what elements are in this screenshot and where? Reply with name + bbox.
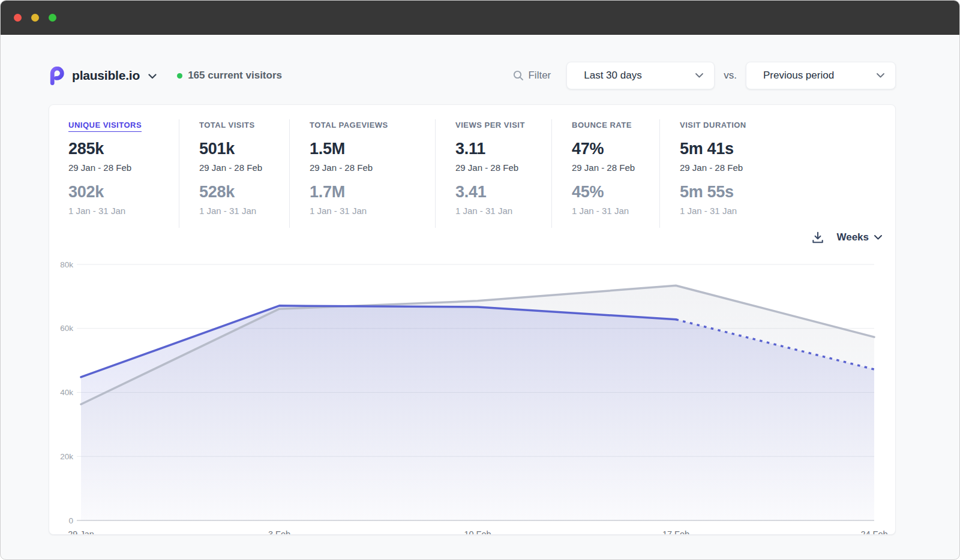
x-axis-tick-label: 24 Feb: [860, 529, 887, 535]
stat-label: TOTAL PAGEVIEWS: [310, 121, 388, 132]
chart-controls: Weeks: [49, 229, 895, 246]
y-axis-tick-label: 0: [68, 516, 73, 525]
stat-bounce-rate[interactable]: BOUNCE RATE 47% 29 Jan - 28 Feb 45% 1 Ja…: [551, 119, 659, 228]
live-dot-icon: [177, 73, 182, 79]
visitors-chart[interactable]: 020k40k60k80k29 Jan3 Feb10 Feb17 Feb24 F…: [49, 247, 896, 535]
date-range-value: Last 30 days: [584, 70, 641, 82]
search-icon: [513, 70, 524, 81]
stat-visit-duration[interactable]: VISIT DURATION 5m 41s 29 Jan - 28 Feb 5m…: [659, 119, 876, 228]
stat-period: 29 Jan - 28 Feb: [310, 162, 435, 173]
chevron-down-icon: [867, 73, 884, 78]
stat-period: 29 Jan - 28 Feb: [199, 162, 289, 173]
chevron-down-icon: [148, 74, 157, 79]
stat-prev-period: 1 Jan - 31 Jan: [572, 206, 659, 216]
x-axis-tick-label: 10 Feb: [464, 529, 491, 535]
stat-prev-value: 5m 55s: [680, 183, 876, 201]
y-axis-tick-label: 40k: [60, 388, 73, 397]
stat-prev-value: 302k: [68, 183, 179, 201]
download-button[interactable]: [811, 231, 824, 244]
stat-prev-value: 45%: [572, 183, 659, 201]
stat-prev-value: 3.41: [455, 183, 551, 201]
stat-label: UNIQUE VISITORS: [68, 121, 142, 132]
stat-unique-visitors[interactable]: UNIQUE VISITORS 285k 29 Jan - 28 Feb 302…: [68, 119, 179, 228]
filter-button[interactable]: Filter: [513, 70, 551, 82]
filter-label: Filter: [528, 70, 551, 82]
stat-period: 29 Jan - 28 Feb: [572, 162, 659, 173]
stat-value: 47%: [572, 140, 659, 158]
chevron-down-icon: [874, 235, 882, 240]
date-range-selector[interactable]: Last 30 days: [566, 62, 715, 89]
stat-label: VIEWS PER VISIT: [455, 121, 525, 132]
y-axis-tick-label: 80k: [60, 260, 73, 269]
current-visitors-label: 165 current visitors: [188, 70, 282, 82]
plausible-logo-icon: [49, 67, 65, 85]
current-visitors[interactable]: 165 current visitors: [177, 70, 282, 82]
download-icon: [811, 231, 824, 244]
comparison-value: Previous period: [763, 70, 834, 82]
stat-value: 5m 41s: [680, 140, 876, 158]
vs-label: vs.: [724, 70, 737, 82]
stat-prev-period: 1 Jan - 31 Jan: [199, 206, 289, 216]
dashboard-card: UNIQUE VISITORS 285k 29 Jan - 28 Feb 302…: [49, 104, 896, 535]
stat-value: 501k: [199, 140, 289, 158]
page-content: plausible.io 165 current visitors Filter…: [1, 35, 959, 535]
stats-row: UNIQUE VISITORS 285k 29 Jan - 28 Feb 302…: [49, 105, 895, 228]
maximize-window-button[interactable]: [49, 14, 56, 22]
interval-selector[interactable]: Weeks: [836, 231, 882, 243]
stat-period: 29 Jan - 28 Feb: [680, 162, 876, 173]
stat-period: 29 Jan - 28 Feb: [68, 162, 179, 173]
window-titlebar: [1, 1, 959, 35]
stat-prev-period: 1 Jan - 31 Jan: [68, 206, 179, 216]
stat-label: TOTAL VISITS: [199, 121, 255, 132]
x-axis-tick-label: 3 Feb: [268, 529, 290, 535]
top-bar: plausible.io 165 current visitors Filter…: [49, 61, 896, 90]
stat-prev-value: 528k: [199, 183, 289, 201]
x-axis-tick-label: 29 Jan: [68, 529, 94, 535]
y-axis-tick-label: 60k: [60, 324, 73, 333]
comparison-selector[interactable]: Previous period: [746, 62, 896, 89]
stat-value: 1.5M: [310, 140, 435, 158]
site-selector[interactable]: plausible.io: [49, 67, 157, 85]
y-axis-tick-label: 20k: [60, 452, 73, 461]
stat-views-per-visit[interactable]: VIEWS PER VISIT 3.11 29 Jan - 28 Feb 3.4…: [435, 119, 551, 228]
minimize-window-button[interactable]: [31, 14, 39, 22]
stat-total-pageviews[interactable]: TOTAL PAGEVIEWS 1.5M 29 Jan - 28 Feb 1.7…: [289, 119, 435, 228]
stat-label: BOUNCE RATE: [572, 121, 632, 132]
chevron-down-icon: [686, 73, 703, 78]
stat-prev-value: 1.7M: [310, 183, 435, 201]
close-window-button[interactable]: [14, 14, 22, 22]
site-name: plausible.io: [72, 68, 140, 83]
x-axis-tick-label: 17 Feb: [662, 529, 689, 535]
stat-value: 285k: [68, 140, 179, 158]
stat-prev-period: 1 Jan - 31 Jan: [455, 206, 551, 216]
stat-prev-period: 1 Jan - 31 Jan: [680, 206, 876, 216]
interval-label: Weeks: [836, 231, 869, 243]
stat-total-visits[interactable]: TOTAL VISITS 501k 29 Jan - 28 Feb 528k 1…: [179, 119, 289, 228]
stat-value: 3.11: [455, 140, 551, 158]
stat-period: 29 Jan - 28 Feb: [455, 162, 551, 173]
stat-label: VISIT DURATION: [680, 121, 746, 132]
stat-prev-period: 1 Jan - 31 Jan: [310, 206, 435, 216]
app-window: plausible.io 165 current visitors Filter…: [0, 0, 960, 560]
